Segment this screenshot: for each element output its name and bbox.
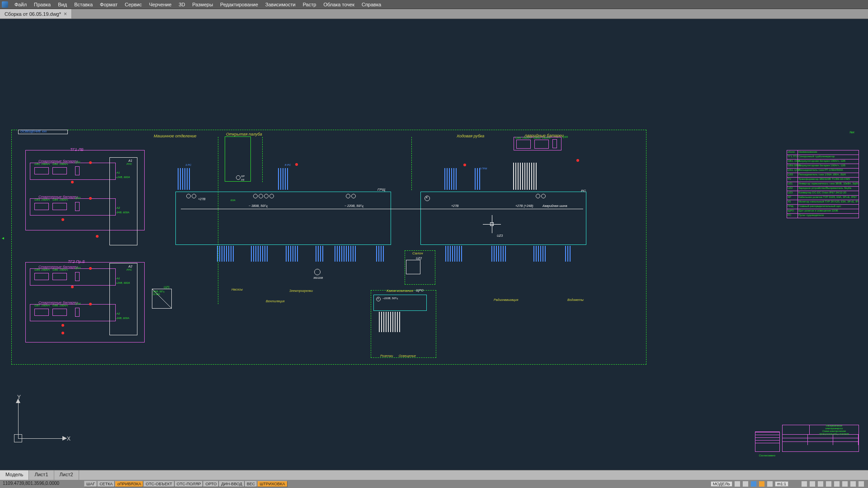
feeder-group xyxy=(251,246,268,262)
zoom-window-icon[interactable] xyxy=(817,481,824,487)
magnifier-icon[interactable] xyxy=(858,481,864,487)
status-bar: 1109.4739,801.3596,0.0000 ШАГСЕТКАоПРИВЯ… xyxy=(0,480,868,488)
document-tab[interactable]: Сборка от 06.05.19.dwg* × xyxy=(0,9,72,19)
uz2-label: UZ2 xyxy=(416,257,422,260)
space-indicator[interactable]: МОДЕЛЬ xyxy=(711,481,732,487)
menu-черчение[interactable]: Черчение xyxy=(146,1,175,8)
legend-row: РСПульт судоводителя xyxy=(787,213,859,218)
toggle-отс-поляр[interactable]: ОТС-ПОЛЯР xyxy=(175,481,203,487)
walk-icon[interactable] xyxy=(842,481,848,487)
layout-tabs: МодельЛист1Лист2 xyxy=(0,470,868,480)
menu-сервис[interactable]: Сервис xyxy=(121,1,146,8)
sync-icon[interactable] xyxy=(767,481,773,487)
menu-справка[interactable]: Справка xyxy=(358,1,385,8)
menu-правка[interactable]: Правка xyxy=(30,1,54,8)
tv-spec: 380/220В xyxy=(313,277,323,279)
qs2-label: QS2 xyxy=(75,197,80,199)
menu-редактирование[interactable]: Редактирование xyxy=(217,1,262,8)
battery-gb1 xyxy=(34,167,49,174)
feeder-group xyxy=(376,246,384,262)
sheet-num: №х xyxy=(849,131,854,134)
grp-heaters: Электрогрелки xyxy=(289,289,313,292)
battery-gb5 xyxy=(34,273,49,280)
menu-зависимости[interactable]: Зависимости xyxy=(262,1,299,8)
toggle-дин-ввод[interactable]: ДИН-ВВОД xyxy=(219,481,245,487)
layout-tab-лист1[interactable]: Лист1 xyxy=(29,470,54,480)
legend-row: ЩРОЩит розеток и освещения 220В xyxy=(787,209,859,214)
qs4-label: QS4 xyxy=(75,302,80,305)
ucs-y-label: Y xyxy=(17,394,21,400)
toggle-отс-объект[interactable]: ОТС-ОБЪЕКТ xyxy=(143,481,174,487)
title-text: ОСВЕЩЕНИЕ ххх xyxy=(20,130,47,133)
feeder-3rs xyxy=(178,168,190,190)
bus-220-label: ~ 220В, 50Гц xyxy=(344,204,363,207)
meter-icon xyxy=(269,194,274,198)
battery-gb2 xyxy=(52,167,67,174)
gsch-right xyxy=(420,192,586,245)
grp-light: Освещение xyxy=(399,354,416,357)
grid-icon[interactable] xyxy=(742,481,749,487)
toggle-сетка[interactable]: СЕТКА xyxy=(97,481,115,487)
drawing-canvas[interactable]: ОСВЕЩЕНИЕ ххх №х Машинное отделение Откр… xyxy=(0,19,868,470)
divider xyxy=(262,137,263,182)
camera-icon[interactable] xyxy=(850,481,856,487)
ucs-x-label: X xyxy=(67,436,71,442)
toggle-опривязка[interactable]: оПРИВЯЗКА xyxy=(115,481,143,487)
scale-readout[interactable]: m1:1 xyxy=(775,481,788,487)
battery-gb7 xyxy=(34,309,49,316)
legend-row: QS5Разъединитель тока 1/36А 180А, 2ШК xyxy=(787,173,859,178)
legend-row: UZ3Конвертер DC-DC Orion IP67 24/12-20 xyxy=(787,191,859,196)
menu-вставка[interactable]: Вставка xyxy=(71,1,96,8)
steering-icon[interactable] xyxy=(834,481,840,487)
battery-gb3 xyxy=(34,203,49,210)
menu-формат[interactable]: Формат xyxy=(96,1,121,8)
section-bridge: Ходовая рубка xyxy=(457,134,484,138)
menu-облака точек[interactable]: Облака точек xyxy=(320,1,358,8)
uz3-label: UZ3 xyxy=(497,234,503,237)
term: -24В, 600А xyxy=(116,317,129,319)
toggle-вес[interactable]: ВЕС xyxy=(245,481,258,487)
tb5: Согласовано xyxy=(759,454,775,457)
gb9: GB9, 190А/ч xyxy=(515,136,531,139)
term: -А2 xyxy=(116,206,120,209)
red-dot xyxy=(89,267,92,270)
toggle-орто[interactable]: ОРТО xyxy=(203,481,219,487)
layout-tab-лист2[interactable]: Лист2 xyxy=(54,470,79,480)
term: -А2 xyxy=(116,312,120,315)
menu-размеры[interactable]: Размеры xyxy=(189,1,217,8)
zoom-extents-icon[interactable] xyxy=(801,481,807,487)
menu-вид[interactable]: Вид xyxy=(54,1,71,8)
layout-tab-модель[interactable]: Модель xyxy=(0,470,29,480)
annotation-scale-icon[interactable] xyxy=(750,481,757,487)
a2-caption-rus: РУС xyxy=(127,268,132,271)
gb1: GB1, 190А/ч xyxy=(34,163,50,165)
qs4 xyxy=(75,308,80,317)
schro-label: ЩРО xyxy=(416,289,424,292)
close-icon[interactable]: × xyxy=(64,11,67,17)
menu-3d[interactable]: 3D xyxy=(175,1,189,8)
toggle-шаг[interactable]: ШАГ xyxy=(84,481,97,487)
meter-icon xyxy=(264,194,269,198)
section-salon: Салон xyxy=(412,251,423,255)
red-dot xyxy=(61,324,64,327)
lightbulb-icon[interactable] xyxy=(759,481,765,487)
uz2-unit xyxy=(406,260,420,274)
feeder-bridge-1 xyxy=(444,168,457,190)
orbit-icon[interactable] xyxy=(826,481,832,487)
toggle-штриховка[interactable]: ШТРИХОВКА xyxy=(257,481,287,487)
x5: X5 xyxy=(241,178,244,181)
menu-растр[interactable]: Растр xyxy=(299,1,320,8)
pan-icon[interactable] xyxy=(809,481,816,487)
term: -А1 xyxy=(116,277,120,280)
lock-icon[interactable] xyxy=(734,481,741,487)
a1-caption-rus: РУС xyxy=(127,163,132,165)
wcs-marker: ◂ xyxy=(2,235,4,240)
meter-icon xyxy=(192,194,196,198)
legend-row: TVТрансформатор 380/220В ТСЗМ-10-ОМ5 xyxy=(787,177,859,182)
bus-27-label-2: +27В xyxy=(451,204,459,207)
qs2 xyxy=(75,202,80,211)
qs5 xyxy=(552,139,557,148)
term: -А1 xyxy=(116,171,120,174)
a1-unit xyxy=(109,157,137,245)
menu-файл[interactable]: Файл xyxy=(11,1,30,8)
